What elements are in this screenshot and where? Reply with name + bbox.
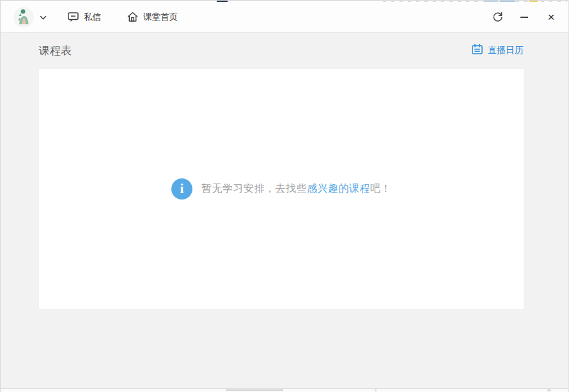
minimize-icon xyxy=(520,17,528,18)
nav-label: 私信 xyxy=(84,12,101,23)
home-icon xyxy=(127,11,139,23)
taskbar-mark xyxy=(226,389,283,391)
interesting-courses-link[interactable]: 感兴趣的课程 xyxy=(307,183,370,194)
info-icon: i xyxy=(171,178,192,200)
app-window: 私信 课堂首页 xyxy=(0,0,569,392)
taskbar-sliver xyxy=(1,388,568,392)
refresh-button[interactable] xyxy=(492,12,503,23)
titlebar-nav: 私信 课堂首页 xyxy=(67,11,203,23)
page-content: 课程表 直播日历 i 暂无学习安排，去找些感兴趣的课程吧！ xyxy=(1,33,568,388)
chevron-down-icon[interactable] xyxy=(40,12,47,23)
user-avatar[interactable] xyxy=(13,7,34,27)
page-title: 课程表 xyxy=(39,43,72,58)
live-calendar-button[interactable]: 直播日历 xyxy=(471,43,524,58)
empty-state: i 暂无学习安排，去找些感兴趣的课程吧！ xyxy=(39,69,524,309)
window-controls: × xyxy=(492,12,557,23)
live-calendar-label: 直播日历 xyxy=(488,45,524,56)
taskbar-mark xyxy=(547,389,551,391)
minimize-button[interactable] xyxy=(518,12,530,23)
user-menu[interactable] xyxy=(13,7,47,27)
empty-message-suffix: 吧！ xyxy=(370,183,391,194)
nav-private-messages[interactable]: 私信 xyxy=(67,11,101,23)
close-icon: × xyxy=(547,11,554,23)
page-header: 课程表 直播日历 xyxy=(39,41,524,60)
message-bubble-icon xyxy=(67,11,79,23)
titlebar: 私信 课堂首页 xyxy=(1,2,568,33)
empty-message-prefix: 暂无学习安排，去找些 xyxy=(201,183,307,194)
nav-classroom-home[interactable]: 课堂首页 xyxy=(127,11,178,23)
empty-message: 暂无学习安排，去找些感兴趣的课程吧！ xyxy=(201,182,391,196)
schedule-card: i 暂无学习安排，去找些感兴趣的课程吧！ xyxy=(39,69,524,309)
calendar-icon xyxy=(471,43,483,58)
nav-label: 课堂首页 xyxy=(143,12,178,23)
taskbar-mark xyxy=(375,389,377,391)
close-button[interactable]: × xyxy=(545,12,557,23)
